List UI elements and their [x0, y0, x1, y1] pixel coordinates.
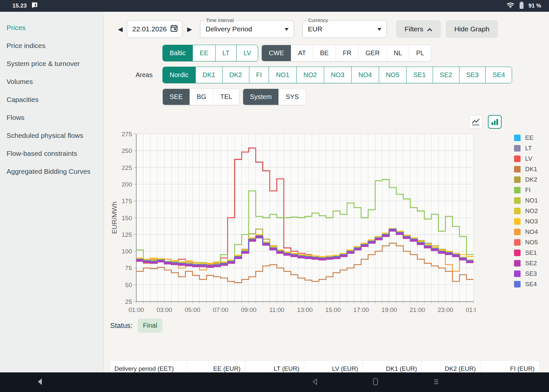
- legend-item-no2[interactable]: NO2: [514, 208, 538, 214]
- area-button-at[interactable]: AT: [291, 45, 313, 61]
- area-button-lv[interactable]: LV: [236, 45, 258, 61]
- bar-chart-toggle-button[interactable]: [488, 115, 502, 129]
- sidebar-item-aggregated-bidding-curves[interactable]: Aggregated Bidding Curves: [7, 168, 104, 175]
- legend-item-se4[interactable]: SE4: [514, 281, 538, 287]
- legend-swatch: [514, 218, 521, 225]
- currency-label: Currency: [307, 17, 330, 23]
- legend-label: NO2: [525, 207, 538, 215]
- area-button-system[interactable]: System: [243, 89, 279, 105]
- android-back-button[interactable]: [311, 378, 318, 387]
- legend-item-no4[interactable]: NO4: [514, 229, 538, 235]
- calendar-icon[interactable]: [170, 24, 178, 34]
- legend-item-lv[interactable]: LV: [514, 155, 538, 162]
- legend-item-se3[interactable]: SE3: [514, 270, 538, 277]
- area-button-fr[interactable]: FR: [336, 45, 358, 61]
- svg-text:19:00: 19:00: [381, 306, 397, 313]
- battery-percent: 91 %: [528, 3, 541, 9]
- legend-label: NO4: [525, 228, 538, 236]
- area-button-se4[interactable]: SE4: [485, 67, 512, 83]
- area-button-no2[interactable]: NO2: [296, 67, 324, 83]
- filters-button[interactable]: Filters: [396, 20, 441, 38]
- legend-swatch: [514, 260, 521, 267]
- price-step-chart[interactable]: 27525022520017515012510075502501:0003:00…: [110, 129, 476, 314]
- android-home-button[interactable]: [372, 378, 379, 387]
- area-button-sys[interactable]: SYS: [278, 89, 306, 105]
- area-button-cwe[interactable]: CWE: [262, 45, 291, 61]
- chevron-down-icon: [285, 26, 289, 32]
- svg-text:01:00: 01:00: [128, 306, 144, 313]
- app-flag-icon: [31, 2, 38, 10]
- legend-item-no5[interactable]: NO5: [514, 239, 538, 246]
- area-button-tel[interactable]: TEL: [213, 89, 239, 105]
- legend-item-fi[interactable]: FI: [514, 187, 538, 193]
- sidebar-item-prices[interactable]: Prices: [7, 24, 104, 32]
- svg-text:21:00: 21:00: [409, 306, 425, 313]
- area-button-ee[interactable]: EE: [192, 45, 215, 61]
- legend-label: DK2: [525, 176, 537, 183]
- area-button-group: CWEATBEFRGERNLPL: [261, 45, 431, 61]
- legend-item-no1[interactable]: NO1: [514, 197, 538, 204]
- area-button-dk2[interactable]: DK2: [222, 67, 249, 83]
- area-button-dk1[interactable]: DK1: [195, 67, 222, 83]
- svg-text:EUR/MWh: EUR/MWh: [110, 202, 118, 234]
- areas-label: [104, 45, 162, 61]
- line-chart-toggle-button[interactable]: [469, 115, 483, 129]
- svg-text:11:00: 11:00: [269, 306, 284, 313]
- sidebar-item-flow-based-constraints[interactable]: Flow-based constraints: [7, 150, 104, 157]
- area-button-no4[interactable]: NO4: [351, 67, 379, 83]
- svg-text:100: 100: [122, 248, 132, 255]
- sidebar-item-system-price-turnover[interactable]: System price & turnover: [7, 60, 104, 68]
- legend-label: NO5: [525, 239, 538, 246]
- date-field[interactable]: 22.01.2026: [127, 20, 182, 38]
- legend-item-se1[interactable]: SE1: [514, 250, 538, 256]
- area-button-nordic[interactable]: Nordic: [163, 67, 195, 83]
- prev-day-button[interactable]: ◀: [116, 25, 124, 33]
- currency-select[interactable]: Currency EUR: [302, 20, 387, 38]
- clock-time: 15.23: [12, 3, 27, 9]
- area-button-see[interactable]: SEE: [163, 89, 190, 105]
- time-interval-select[interactable]: Time interval Delivery Period: [200, 20, 294, 38]
- legend-swatch: [514, 239, 521, 246]
- hide-graph-button[interactable]: Hide Graph: [446, 20, 498, 38]
- area-button-no5[interactable]: NO5: [379, 67, 406, 83]
- area-button-pl[interactable]: PL: [409, 45, 431, 61]
- status-row: Status: Final: [110, 318, 162, 333]
- area-button-se3[interactable]: SE3: [459, 67, 486, 83]
- svg-text:175: 175: [122, 198, 132, 204]
- svg-text:07:00: 07:00: [213, 306, 228, 313]
- areas-label: Areas: [104, 67, 162, 83]
- area-button-group: BalticEELTLV: [162, 45, 258, 61]
- sidebar-item-scheduled-physical-flows[interactable]: Scheduled physical flows: [7, 132, 104, 139]
- legend-swatch: [514, 187, 521, 193]
- next-day-button[interactable]: ▶: [186, 25, 193, 33]
- android-recents-button[interactable]: [433, 378, 439, 387]
- area-button-lt[interactable]: LT: [215, 45, 237, 61]
- legend-item-no3[interactable]: NO3: [514, 218, 538, 225]
- legend-item-se2[interactable]: SE2: [514, 260, 538, 267]
- chart-section: 27525022520017515012510075502501:0003:00…: [110, 113, 541, 387]
- legend-item-dk1[interactable]: DK1: [514, 166, 538, 172]
- sidebar-item-volumes[interactable]: Volumes: [7, 78, 104, 86]
- legend-item-dk2[interactable]: DK2: [514, 176, 538, 183]
- status-bar: 15.23 91 %: [0, 0, 549, 12]
- area-button-se1[interactable]: SE1: [406, 67, 433, 83]
- legend-label: NO3: [525, 218, 538, 225]
- area-button-ger[interactable]: GER: [358, 45, 387, 61]
- area-button-be[interactable]: BE: [313, 45, 336, 61]
- legend-item-lt[interactable]: LT: [514, 145, 538, 152]
- svg-text:05:00: 05:00: [185, 306, 200, 313]
- legend-item-ee[interactable]: EE: [514, 135, 538, 141]
- sidebar-item-flows[interactable]: Flows: [7, 114, 104, 122]
- area-button-nl[interactable]: NL: [387, 45, 409, 61]
- sidebar-item-capacities[interactable]: Capacities: [7, 96, 104, 104]
- area-button-bg[interactable]: BG: [190, 89, 213, 105]
- area-button-baltic[interactable]: Baltic: [163, 45, 192, 61]
- svg-text:75: 75: [125, 265, 132, 271]
- back-icon[interactable]: [37, 378, 43, 387]
- sidebar-item-price-indices[interactable]: Price indices: [7, 42, 104, 50]
- area-button-fi[interactable]: FI: [249, 67, 269, 83]
- area-button-no3[interactable]: NO3: [324, 67, 351, 83]
- svg-text:225: 225: [122, 164, 132, 171]
- area-button-se2[interactable]: SE2: [433, 67, 459, 83]
- area-button-no1[interactable]: NO1: [269, 67, 296, 83]
